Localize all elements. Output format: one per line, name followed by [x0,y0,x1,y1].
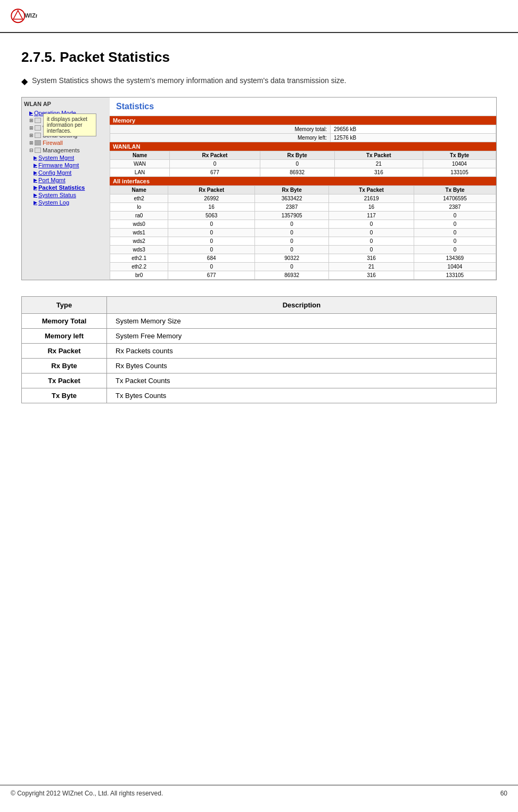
sidebar-item-system-log[interactable]: ▶ System Log [24,199,108,206]
eth22-tx-packet: 21 [329,263,414,271]
description-content: System Statistics shows the system's mem… [32,76,346,85]
br0-tx-byte: 133105 [414,271,496,280]
page-number: 60 [500,790,507,797]
col-rx-packet: Rx Packet [168,186,255,194]
svg-marker-1 [13,11,23,19]
main-content: 2.7.5. Packet Statistics ◆ System Statis… [0,33,518,419]
wan-tx-byte: 10404 [423,160,496,168]
eth21-name: eth2.1 [110,254,168,263]
logo: WIZnet [11,5,37,27]
eth2-rx-packet: 26992 [168,194,255,203]
table-row: wds3 0 0 0 0 [110,246,496,254]
lan-rx-packet: 677 [170,168,260,177]
description-text: ◆ System Statistics shows the system's m… [21,76,497,86]
lan-tx-byte: 133105 [423,168,496,177]
table-row: Tx Byte Tx Bytes Counts [22,388,497,403]
arrow-icon: ▶ [34,155,37,160]
wan-rx-packet: 0 [170,160,260,168]
wds1-tx-packet: 0 [329,229,414,237]
eth2-rx-byte: 3633422 [255,194,329,203]
sidebar-label: Managements [43,147,80,153]
table-row: eth2.1 684 90322 316 134369 [110,254,496,263]
sidebar-label: System Status [38,192,76,198]
sidebar-item-managements[interactable]: ⊟ Managements [24,147,108,154]
col-name: Name [110,186,168,194]
wds0-rx-byte: 0 [255,220,329,229]
wds3-rx-packet: 0 [168,246,255,254]
table-row: wds1 0 0 0 0 [110,229,496,237]
sidebar-item-system-status[interactable]: ▶ System Status [24,191,108,199]
sidebar-title: WLAN AP [24,101,108,107]
wds0-name: wds0 [110,220,168,229]
table-row: eth2 26992 3633422 21619 14706595 [110,194,496,203]
expand-icon: ⊟ [29,148,34,153]
table-row: Memory left System Free Memory [22,329,497,344]
arrow-icon: ▶ [34,177,37,183]
header: WIZnet [0,0,518,33]
memory-section-header: Memory [110,116,496,125]
desc-tx-packet: Tx Packet Counts [107,373,497,388]
sidebar-item-system-mgmt[interactable]: ▶ System Mgmt [24,154,108,161]
lo-tx-packet: 16 [329,203,414,212]
eth21-tx-packet: 316 [329,254,414,263]
screenshot-container: WLAN AP it displays packet information p… [21,97,497,280]
eth22-name: eth2.2 [110,263,168,271]
memory-left-value: 12576 kB [331,134,496,142]
ra0-tx-packet: 117 [329,212,414,220]
desc-rx-packet: Rx Packets counts [107,344,497,359]
table-row: ra0 5063 1357905 117 0 [110,212,496,220]
wds0-rx-packet: 0 [168,220,255,229]
sidebar-item-firmware-mgmt[interactable]: ▶ Firmware Mgmt [24,161,108,169]
wds2-rx-packet: 0 [168,237,255,246]
folder-icon [35,125,41,131]
expand-icon: ⊞ [29,125,34,131]
stats-title: Statistics [110,98,496,116]
svg-text:WIZnet: WIZnet [24,12,37,19]
eth21-tx-byte: 134369 [414,254,496,263]
table-row: Rx Byte Rx Bytes Counts [22,359,497,373]
wds3-rx-byte: 0 [255,246,329,254]
sidebar-item-packet-statistics[interactable]: ▶ Packet Statistics [24,184,108,191]
table-row: Tx Packet Tx Packet Counts [22,373,497,388]
wiznet-logo-icon: WIZnet [11,5,37,27]
eth22-rx-packet: 0 [168,263,255,271]
all-interfaces-section: All interfaces Name Rx Packet Rx Byte Tx… [110,177,496,280]
table-row: br0 677 86932 316 133105 [110,271,496,280]
memory-total-value: 29656 kB [331,125,496,134]
sidebar-item-config-mgmt[interactable]: ▶ Config Mgmt [24,169,108,176]
sidebar-item-firewall[interactable]: ⊞ Firewall [24,139,108,147]
wds2-tx-packet: 0 [329,237,414,246]
table-row: wds0 0 0 0 0 [110,220,496,229]
all-interfaces-header: All interfaces [110,177,496,185]
sidebar-label: Packet Statistics [38,184,85,191]
eth2-name: eth2 [110,194,168,203]
wds2-name: wds2 [110,237,168,246]
br0-tx-packet: 316 [329,271,414,280]
table-row: Rx Packet Rx Packets counts [22,344,497,359]
table-row: Memory total: 29656 kB [110,125,496,134]
sidebar-label: System Log [38,199,69,206]
eth21-rx-packet: 684 [168,254,255,263]
ra0-rx-byte: 1357905 [255,212,329,220]
memory-left-label: Memory left: [110,134,331,142]
expand-icon: ⊞ [29,140,34,145]
wds1-rx-byte: 0 [255,229,329,237]
sidebar-label: System Mgmt [38,155,74,161]
wds1-name: wds1 [110,229,168,237]
eth22-rx-byte: 0 [255,263,329,271]
memory-table: Memory total: 29656 kB Memory left: 1257… [110,125,496,142]
sidebar-item-port-mgmt[interactable]: ▶ Port Mgmt [24,176,108,184]
table-header-row: Type Description [22,297,497,314]
desc-col-header: Description [107,297,497,314]
bullet-icon: ◆ [21,76,28,86]
type-tx-byte: Tx Byte [22,388,107,403]
col-tx-packet: Tx Packet [329,186,414,194]
memory-section: Memory Memory total: 29656 kB Memory lef… [110,116,496,142]
type-rx-byte: Rx Byte [22,359,107,373]
wds3-tx-byte: 0 [414,246,496,254]
col-tx-byte: Tx Byte [423,151,496,160]
br0-rx-packet: 677 [168,271,255,280]
footer: © Copyright 2012 WIZnet Co., Ltd. All ri… [0,785,518,801]
eth2-tx-byte: 14706595 [414,194,496,203]
eth21-rx-byte: 90322 [255,254,329,263]
